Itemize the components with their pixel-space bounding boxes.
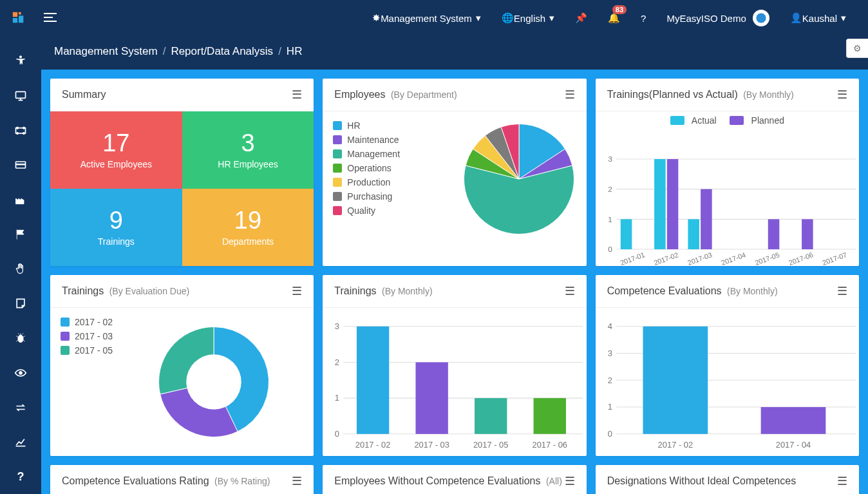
panel-subtitle: (By Monthly) xyxy=(727,286,778,296)
svg-rect-3 xyxy=(19,15,23,23)
panel-designations-without-ideal: Designations Without Ideal Competences ☰ xyxy=(596,465,859,494)
panel-menu-icon[interactable]: ☰ xyxy=(837,284,847,298)
svg-point-7 xyxy=(19,56,21,58)
svg-point-11 xyxy=(23,127,24,129)
nav-help[interactable]: ? xyxy=(630,0,656,36)
panel-trainings-evaluation-due: Trainings (By Evaluation Due) ☰ 2017 - 0… xyxy=(50,275,314,456)
panel-subtitle: (By % Rating) xyxy=(214,476,270,486)
panel-menu-icon[interactable]: ☰ xyxy=(837,474,847,488)
legend-swatch-icon xyxy=(333,135,342,144)
svg-point-16 xyxy=(18,335,23,343)
gear-icon: ⚙ xyxy=(853,43,862,53)
nav-pin[interactable]: 📌 xyxy=(565,0,598,36)
sidebar-transfer-icon[interactable] xyxy=(0,390,41,425)
panel-menu-icon[interactable]: ☰ xyxy=(292,284,302,298)
nav-notifications[interactable]: 🔔 83 xyxy=(598,0,630,36)
page-settings-button[interactable]: ⚙ xyxy=(846,39,868,58)
svg-rect-32 xyxy=(688,219,699,249)
sidebar-flag-icon[interactable] xyxy=(0,217,41,252)
panel-title: Employees Without Competence Evaluations xyxy=(334,475,540,486)
nav-user[interactable]: 👤 Kaushal ▾ xyxy=(780,0,856,36)
legend-swatch-icon xyxy=(333,149,342,158)
sidebar-card-icon[interactable] xyxy=(0,147,41,182)
nav-management-system[interactable]: ✸ Management System ▾ xyxy=(362,0,491,36)
question-icon: ? xyxy=(641,13,646,24)
legend-swatch-icon xyxy=(61,332,70,341)
svg-text:2017 - 02: 2017 - 02 xyxy=(355,440,391,450)
sidebar-help-icon[interactable]: ? xyxy=(0,459,41,494)
menu-toggle-icon[interactable] xyxy=(44,12,57,25)
svg-rect-60 xyxy=(475,398,507,434)
svg-rect-6 xyxy=(44,21,57,22)
legend-swatch-icon xyxy=(61,346,70,355)
chevron-down-icon: ▾ xyxy=(549,12,554,24)
panel-title: Trainings xyxy=(62,285,104,296)
content-area: Management System / Report/Data Analysis… xyxy=(41,36,868,494)
legend-item[interactable]: 2017 - 05 xyxy=(61,345,113,356)
panel-competence-evaluations-rating: Competence Evaluations Rating (By % Rati… xyxy=(50,465,314,494)
panel-menu-icon[interactable]: ☰ xyxy=(565,88,575,102)
sidebar-note-icon[interactable] xyxy=(0,286,41,321)
svg-text:2017 - 05: 2017 - 05 xyxy=(473,440,509,450)
tile-departments[interactable]: 19 Departments xyxy=(182,189,314,266)
panel-menu-icon[interactable]: ☰ xyxy=(292,474,302,488)
svg-text:2: 2 xyxy=(335,357,339,367)
svg-text:2017-03: 2017-03 xyxy=(686,251,713,267)
sidebar-monitor-icon[interactable] xyxy=(0,79,41,113)
tile-active-employees[interactable]: 17 Active Employees xyxy=(50,111,182,189)
legend-swatch-icon xyxy=(333,178,342,187)
panel-subtitle: (By Monthly) xyxy=(743,90,794,100)
legend-item[interactable]: Purchasing xyxy=(333,191,400,202)
nav-brand[interactable]: MyEasyISO Demo xyxy=(656,0,779,36)
chevron-down-icon: ▾ xyxy=(841,12,846,24)
sidebar-hand-icon[interactable] xyxy=(0,252,41,287)
legend-item[interactable]: HR xyxy=(333,120,400,131)
tile-value: 9 xyxy=(109,208,123,233)
sidebar-objects-icon[interactable] xyxy=(0,113,41,148)
tile-trainings[interactable]: 9 Trainings xyxy=(50,189,182,266)
panel-title: Summary xyxy=(62,89,106,100)
top-navbar: ✸ Management System ▾ 🌐 English ▾ 📌 🔔 83… xyxy=(0,0,868,36)
panel-menu-icon[interactable]: ☰ xyxy=(837,88,847,102)
svg-text:1: 1 xyxy=(335,393,339,403)
legend-item[interactable]: Management xyxy=(333,149,400,159)
legend-item[interactable]: Quality xyxy=(333,205,400,216)
sidebar-industry-icon[interactable] xyxy=(0,182,41,217)
sidebar-accessibility-icon[interactable] xyxy=(0,44,41,79)
svg-text:3: 3 xyxy=(335,321,339,331)
sidebar-bug-icon[interactable] xyxy=(0,321,41,356)
legend-swatch-icon xyxy=(333,121,342,130)
breadcrumb-link-2[interactable]: Report/Data Analysis xyxy=(171,45,273,58)
panel-title: Competence Evaluations Rating xyxy=(62,475,209,486)
sidebar-chart-icon[interactable] xyxy=(0,424,41,459)
svg-point-12 xyxy=(16,133,18,135)
legend-item[interactable]: 2017 - 02 xyxy=(61,317,113,327)
legend-item[interactable]: 2017 - 03 xyxy=(61,331,113,341)
nav-management-system-label: Management System xyxy=(381,13,472,24)
legend-item[interactable]: Production xyxy=(333,177,400,187)
tile-label: Trainings xyxy=(98,236,135,247)
breadcrumb-link-1[interactable]: Management System xyxy=(54,45,158,58)
chevron-down-icon: ▾ xyxy=(476,12,481,24)
breadcrumb-current: HR xyxy=(287,45,303,58)
panel-menu-icon[interactable]: ☰ xyxy=(565,474,575,488)
legend-item[interactable]: Operations xyxy=(333,163,400,173)
svg-rect-42 xyxy=(802,219,813,249)
panel-competence-evaluations-monthly: Competence Evaluations (By Monthly) ☰ 01… xyxy=(596,275,859,456)
panel-menu-icon[interactable]: ☰ xyxy=(292,88,302,102)
svg-text:0: 0 xyxy=(335,429,339,439)
legend-item[interactable]: Maintenance xyxy=(333,135,400,145)
sidebar-eye-icon[interactable] xyxy=(0,356,41,390)
nav-language[interactable]: 🌐 English ▾ xyxy=(491,0,565,36)
panel-subtitle: (By Evaluation Due) xyxy=(109,286,190,296)
svg-rect-4 xyxy=(44,13,57,14)
tile-hr-employees[interactable]: 3 HR Employees xyxy=(182,111,314,189)
panel-menu-icon[interactable]: ☰ xyxy=(565,284,575,298)
svg-point-13 xyxy=(23,133,24,135)
tile-value: 17 xyxy=(102,131,129,155)
donut-chart xyxy=(153,321,275,445)
panel-subtitle: (All) xyxy=(546,476,562,486)
svg-point-17 xyxy=(19,371,23,374)
panel-title: Employees xyxy=(334,89,385,100)
svg-text:2017 - 03: 2017 - 03 xyxy=(415,440,450,450)
